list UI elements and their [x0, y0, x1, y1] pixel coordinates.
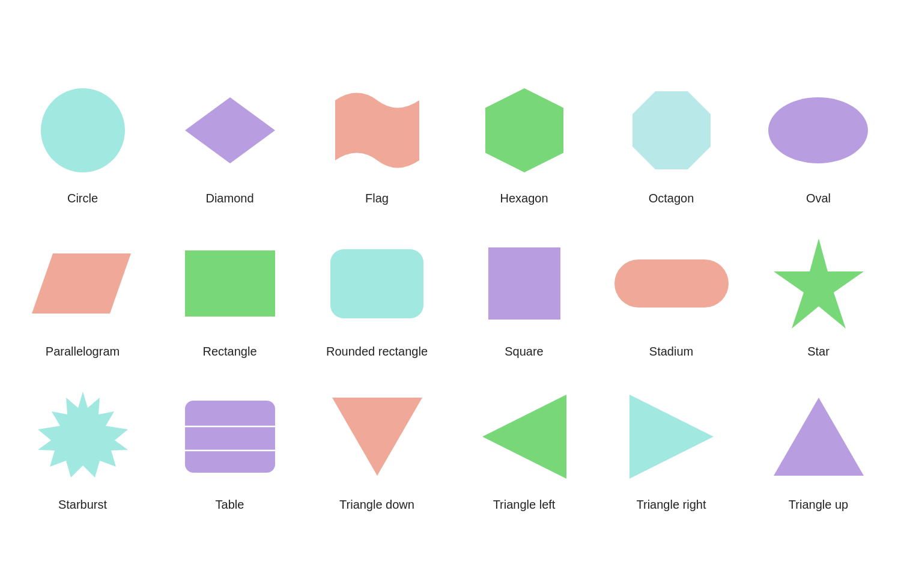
shape-label-diamond: Diamond — [205, 192, 253, 205]
svg-point-4 — [768, 97, 868, 163]
shape-label-rectangle: Rectangle — [202, 345, 256, 359]
shape-label-octagon: Octagon — [649, 192, 694, 205]
shape-container-oval — [765, 76, 873, 184]
shape-item-stadium: Stadium — [601, 229, 742, 359]
shape-container-square — [470, 229, 578, 338]
svg-marker-2 — [485, 88, 563, 172]
svg-marker-16 — [482, 395, 566, 479]
shape-label-starburst: Starburst — [58, 498, 107, 512]
shape-container-starburst — [29, 383, 137, 491]
shape-item-triangle-up: Triangle up — [748, 383, 889, 512]
shape-item-circle: Circle — [12, 76, 153, 205]
svg-marker-11 — [38, 392, 128, 477]
shape-container-circle — [29, 76, 137, 184]
shape-item-rectangle: Rectangle — [159, 229, 300, 359]
svg-point-0 — [41, 88, 125, 172]
svg-marker-18 — [774, 398, 864, 476]
shape-container-octagon — [617, 76, 726, 184]
shape-item-hexagon: Hexagon — [454, 76, 595, 205]
svg-marker-1 — [185, 97, 275, 163]
svg-rect-7 — [330, 249, 423, 318]
shape-label-triangle-down: Triangle down — [339, 498, 414, 512]
shape-container-triangle-right — [617, 383, 726, 491]
shape-container-triangle-up — [765, 383, 873, 491]
shape-item-flag: Flag — [306, 76, 447, 205]
shape-item-triangle-right: Triangle right — [601, 383, 742, 512]
shape-container-stadium — [617, 229, 726, 338]
shape-container-triangle-down — [323, 383, 431, 491]
shape-label-flag: Flag — [365, 192, 389, 205]
shape-container-diamond — [176, 76, 284, 184]
shape-item-triangle-down: Triangle down — [306, 383, 447, 512]
shape-item-square: Square — [454, 229, 595, 359]
shape-container-flag — [323, 76, 431, 184]
svg-marker-15 — [332, 398, 422, 476]
shape-label-hexagon: Hexagon — [500, 192, 548, 205]
shape-container-parallelogram — [29, 229, 137, 338]
shape-label-stadium: Stadium — [649, 345, 693, 359]
svg-rect-8 — [488, 247, 560, 320]
shape-label-rounded-rectangle: Rounded rectangle — [326, 345, 428, 359]
shape-item-diamond: Diamond — [159, 76, 300, 205]
shape-container-star — [765, 229, 873, 338]
shape-label-table: Table — [216, 498, 244, 512]
shape-item-triangle-left: Triangle left — [454, 383, 595, 512]
svg-rect-6 — [185, 250, 275, 317]
shape-container-rounded-rectangle — [323, 229, 431, 338]
shape-label-triangle-right: Triangle right — [637, 498, 706, 512]
shape-label-parallelogram: Parallelogram — [46, 345, 120, 359]
shape-item-oval: Oval — [748, 76, 889, 205]
svg-rect-9 — [614, 259, 729, 308]
shape-label-circle: Circle — [67, 192, 98, 205]
svg-rect-12 — [185, 401, 275, 473]
shape-item-octagon: Octagon — [601, 76, 742, 205]
shape-item-star: Star — [748, 229, 889, 359]
svg-marker-3 — [633, 91, 711, 169]
shape-item-parallelogram: Parallelogram — [12, 229, 153, 359]
shape-label-triangle-left: Triangle left — [493, 498, 556, 512]
shape-container-table — [176, 383, 284, 491]
shape-item-starburst: Starburst — [12, 383, 153, 512]
shape-label-triangle-up: Triangle up — [789, 498, 848, 512]
shape-label-square: Square — [505, 345, 544, 359]
svg-marker-5 — [32, 253, 131, 314]
shape-container-rectangle — [176, 229, 284, 338]
shape-label-oval: Oval — [806, 192, 831, 205]
shape-item-table: Table — [159, 383, 300, 512]
svg-marker-17 — [629, 395, 714, 479]
shape-item-rounded-rectangle: Rounded rectangle — [306, 229, 447, 359]
shapes-grid: Circle Diamond Flag Hexagon — [12, 76, 889, 512]
shape-label-star: Star — [807, 345, 830, 359]
shape-container-triangle-left — [470, 383, 578, 491]
shape-container-hexagon — [470, 76, 578, 184]
svg-marker-10 — [774, 238, 864, 329]
